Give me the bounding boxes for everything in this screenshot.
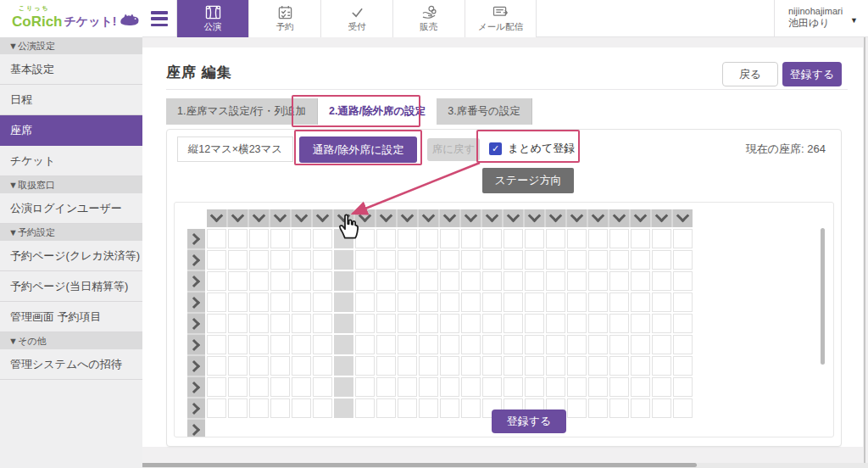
seat-cell[interactable]: [419, 377, 438, 397]
bulk-register-label[interactable]: まとめて登録: [508, 141, 575, 156]
seat-cell[interactable]: [588, 398, 608, 418]
col-select-button[interactable]: [228, 209, 248, 227]
seat-cell[interactable]: [525, 271, 544, 291]
seat-cell[interactable]: [313, 229, 332, 248]
seat-cell[interactable]: [376, 314, 396, 333]
seat-cell[interactable]: [631, 292, 650, 312]
seat-cell[interactable]: [546, 356, 565, 376]
seat-cell[interactable]: [652, 314, 671, 333]
seat-cell[interactable]: [673, 314, 693, 333]
seat-cell[interactable]: [525, 229, 544, 248]
seat-cell[interactable]: [292, 250, 311, 270]
seat-cell[interactable]: [440, 229, 459, 248]
col-select-button[interactable]: [546, 209, 565, 227]
seat-cell[interactable]: [504, 229, 523, 248]
seat-cell[interactable]: [249, 229, 269, 248]
seat-cell[interactable]: [482, 292, 502, 312]
seat-cell[interactable]: [292, 377, 311, 397]
seat-cell[interactable]: [249, 314, 269, 333]
seat-cell[interactable]: [588, 250, 608, 270]
seat-cell[interactable]: [249, 377, 269, 397]
seat-cell[interactable]: [440, 335, 459, 354]
seat-cell[interactable]: [207, 271, 226, 291]
seat-cell[interactable]: [228, 314, 248, 333]
seat-cell[interactable]: [228, 250, 248, 270]
sidebar-item-9[interactable]: 予約ページ(当日精算等): [0, 271, 142, 302]
seat-cell[interactable]: [270, 377, 290, 397]
tab-step-1[interactable]: 1.座席マス設定/行・列追加: [166, 98, 318, 125]
seat-cell[interactable]: [461, 229, 481, 248]
seat-cell[interactable]: [355, 271, 375, 291]
seat-cell[interactable]: [270, 356, 290, 376]
row-select-button[interactable]: [187, 229, 205, 248]
grid-scrollbar-thumb[interactable]: [821, 228, 825, 365]
seat-cell[interactable]: [440, 398, 459, 418]
seat-cell[interactable]: [249, 398, 269, 418]
sidebar-item-1[interactable]: 基本設定: [0, 54, 142, 85]
seat-cell[interactable]: [588, 271, 608, 291]
seat-cell[interactable]: [355, 335, 375, 354]
sidebar-item-10[interactable]: 管理画面 予約項目: [0, 302, 142, 332]
seat-cell[interactable]: [440, 377, 459, 397]
sidebar-item-12[interactable]: 管理システムへの招待: [0, 349, 142, 380]
seat-cell[interactable]: [461, 398, 481, 418]
seat-cell[interactable]: [207, 377, 226, 397]
seat-cell[interactable]: [525, 292, 544, 312]
nav-tab-reception[interactable]: 受付: [320, 0, 392, 37]
seat-cell[interactable]: [440, 356, 459, 376]
seat-cell[interactable]: [482, 335, 502, 354]
seat-cell[interactable]: [652, 271, 671, 291]
seat-cell[interactable]: [440, 271, 459, 291]
tab-step-3[interactable]: 3.席番号の設定: [437, 98, 532, 125]
seat-cell[interactable]: [504, 292, 523, 312]
seat-cell[interactable]: [567, 250, 587, 270]
seat-cell[interactable]: [398, 292, 417, 312]
seat-cell[interactable]: [482, 314, 502, 333]
seat-cell[interactable]: [398, 335, 417, 354]
seat-cell[interactable]: [525, 356, 544, 376]
seat-cell[interactable]: [228, 335, 248, 354]
nav-tab-mail[interactable]: メール配信: [465, 0, 537, 37]
sidebar-item-6[interactable]: 公演ログインユーザー: [0, 193, 142, 224]
seat-cell[interactable]: [440, 250, 459, 270]
col-select-button[interactable]: [398, 209, 417, 227]
app-logo[interactable]: こりっち CoRich チケット!: [0, 0, 142, 37]
seat-cell[interactable]: [313, 398, 332, 418]
col-select-button[interactable]: [355, 209, 375, 227]
row-select-button[interactable]: [187, 271, 205, 291]
seat-cell[interactable]: [652, 229, 671, 248]
seat-cell[interactable]: [567, 314, 587, 333]
seat-cell[interactable]: [631, 377, 650, 397]
row-select-button[interactable]: [187, 292, 205, 312]
seat-cell[interactable]: [419, 292, 438, 312]
seat-cell[interactable]: [482, 356, 502, 376]
seat-cell[interactable]: [588, 314, 608, 333]
seat-cell[interactable]: [249, 250, 269, 270]
col-select-button[interactable]: [525, 209, 544, 227]
seat-cell[interactable]: [461, 335, 481, 354]
seat-cell[interactable]: [207, 314, 226, 333]
aisle-cell[interactable]: [334, 229, 353, 248]
seat-cell[interactable]: [376, 335, 396, 354]
sidebar-item-2[interactable]: 日程: [0, 85, 142, 115]
aisle-cell[interactable]: [334, 398, 353, 418]
seat-cell[interactable]: [398, 271, 417, 291]
row-select-button[interactable]: [187, 377, 205, 397]
seat-cell[interactable]: [440, 292, 459, 312]
seat-cell[interactable]: [631, 250, 650, 270]
col-select-button[interactable]: [207, 209, 226, 227]
col-select-button[interactable]: [249, 209, 269, 227]
seat-cell[interactable]: [482, 250, 502, 270]
aisle-cell[interactable]: [334, 250, 353, 270]
seat-cell[interactable]: [631, 356, 650, 376]
seat-cell[interactable]: [631, 398, 650, 418]
seat-cell[interactable]: [673, 335, 693, 354]
seat-cell[interactable]: [376, 377, 396, 397]
seat-cell[interactable]: [292, 314, 311, 333]
col-select-button[interactable]: [334, 209, 353, 227]
revert-seat-button[interactable]: 席に戻す: [427, 138, 480, 161]
seat-cell[interactable]: [270, 314, 290, 333]
seat-cell[interactable]: [419, 335, 438, 354]
seat-cell[interactable]: [419, 250, 438, 270]
col-select-button[interactable]: [482, 209, 502, 227]
